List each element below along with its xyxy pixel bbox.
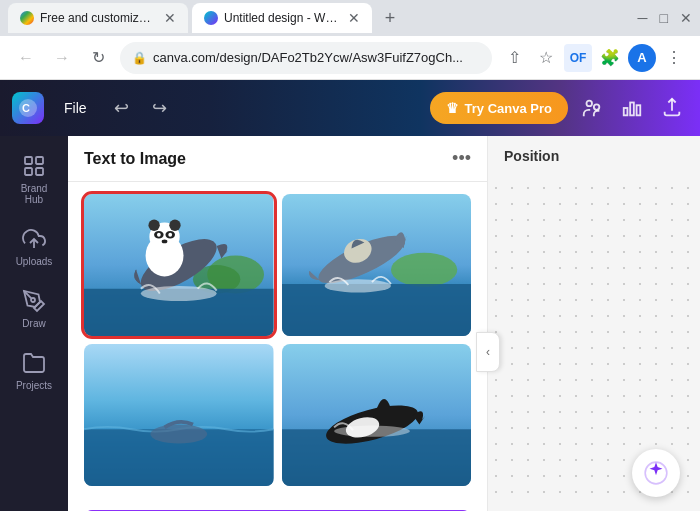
image-grid [68,182,487,498]
svg-point-29 [157,233,161,237]
sidebar-item-uploads[interactable]: Uploads [5,217,63,275]
close-button[interactable]: ✕ [680,10,692,26]
try-pro-button[interactable]: ♛ Try Canva Pro [430,92,568,124]
svg-point-34 [390,253,456,287]
share-icon[interactable]: ⇧ [500,44,528,72]
svg-rect-9 [36,157,43,164]
undo-button[interactable]: ↩ [107,93,137,123]
sidebar-item-projects[interactable]: Projects [5,341,63,399]
svg-point-2 [587,101,593,107]
nav-actions: ⇧ ☆ OF 🧩 A ⋮ [500,44,688,72]
draw-icon [20,287,48,315]
orca-scene-image [282,344,472,486]
crown-icon: ♛ [446,100,459,116]
projects-label: Projects [16,380,52,391]
nav-bar: ← → ↻ 🔒 canva.com/design/DAFo2Tb2Ycw/Asw… [0,36,700,80]
back-button[interactable]: ← [12,44,40,72]
sidebar-item-apps[interactable]: Apps [5,501,63,511]
brand-hub-icon [20,152,48,180]
uploads-label: Uploads [16,256,53,267]
magic-icon [643,460,669,486]
panel-header: Text to Image ••• [68,136,487,182]
svg-rect-6 [637,105,641,115]
tab-label-canva: Untitled design - Whitboar... [224,11,338,25]
profile-icon[interactable]: A [628,44,656,72]
dolphin-jump-image [282,194,472,336]
tab-instagram[interactable]: Free and customizable Insta... ✕ [8,3,188,33]
extensions-icon[interactable]: OF [564,44,592,72]
address-bar[interactable]: 🔒 canva.com/design/DAFo2Tb2Ycw/Asw3FuifZ… [120,42,492,74]
new-tab-button[interactable]: + [376,4,404,32]
tab-close-canva[interactable]: ✕ [348,10,360,26]
svg-rect-8 [25,157,32,164]
window-controls: ─ □ ✕ [638,10,692,26]
svg-rect-11 [36,168,43,175]
image-cell-1[interactable] [84,194,274,336]
text-to-image-panel: Text to Image ••• [68,136,488,511]
forward-button[interactable]: → [48,44,76,72]
svg-rect-10 [25,168,32,175]
maximize-button[interactable]: □ [660,10,668,26]
redo-button[interactable]: ↪ [145,93,175,123]
panel-menu-button[interactable]: ••• [452,148,471,169]
canva-toolbar: C File ↩ ↪ ♛ Try Canva Pro [0,80,700,136]
app-layout: Brand Hub Uploads Draw Projects Apps [0,136,700,511]
toolbar-right [576,92,688,124]
tab-icon-canva [204,11,218,25]
uploads-icon [20,225,48,253]
address-text: canva.com/design/DAFo2Tb2Ycw/Asw3FuifZ7o… [153,50,480,65]
tab-bar: Free and customizable Insta... ✕ Untitle… [0,0,700,36]
people-icon[interactable] [576,92,608,124]
refresh-button[interactable]: ↻ [84,44,112,72]
tab-close-instagram[interactable]: ✕ [164,10,176,26]
tab-label-instagram: Free and customizable Insta... [40,11,154,25]
svg-point-26 [169,220,180,231]
canva-logo: C [12,92,44,124]
main-content: Text to Image ••• [68,136,700,511]
menu-icon[interactable]: ⋮ [660,44,688,72]
svg-rect-5 [630,103,634,116]
panel-collapse-button[interactable]: ‹ [476,332,500,372]
draw-label: Draw [22,318,45,329]
svg-rect-4 [624,108,628,115]
sidebar: Brand Hub Uploads Draw Projects Apps [0,136,68,511]
panel-title: Text to Image [84,150,186,168]
position-label: Position [504,136,559,172]
puzzle-icon[interactable]: 🧩 [596,44,624,72]
try-pro-label: Try Canva Pro [465,101,552,116]
svg-point-41 [150,425,207,444]
panel-actions: Create again Start over [68,498,487,511]
svg-point-46 [334,426,410,437]
svg-point-30 [168,233,172,237]
tab-canva[interactable]: Untitled design - Whitboar... ✕ [192,3,372,33]
lock-icon: 🔒 [132,51,147,65]
svg-point-13 [31,298,35,302]
star-icon[interactable]: ☆ [532,44,560,72]
svg-point-25 [148,220,159,231]
svg-text:C: C [22,102,30,114]
svg-rect-35 [282,284,472,336]
svg-point-32 [141,286,217,301]
water-scene-image [84,344,274,486]
magic-button[interactable] [632,449,680,497]
tab-icon-chrome [20,11,34,25]
minimize-button[interactable]: ─ [638,10,648,26]
image-cell-2[interactable] [282,194,472,336]
sidebar-item-draw[interactable]: Draw [5,279,63,337]
svg-point-31 [162,239,168,243]
projects-icon [20,349,48,377]
sidebar-item-brand-hub[interactable]: Brand Hub [5,144,63,213]
chart-icon[interactable] [616,92,648,124]
image-cell-4[interactable] [282,344,472,486]
image-cell-3[interactable] [84,344,274,486]
canvas-area: Position ‹ ∧ 100% [488,136,700,511]
svg-point-38 [324,279,390,292]
browser-chrome: Free and customizable Insta... ✕ Untitle… [0,0,700,80]
file-menu-button[interactable]: File [52,94,99,122]
brand-hub-label: Brand Hub [11,183,57,205]
svg-point-3 [594,104,600,110]
share-upload-icon[interactable] [656,92,688,124]
panda-dolphin-image [84,194,274,336]
